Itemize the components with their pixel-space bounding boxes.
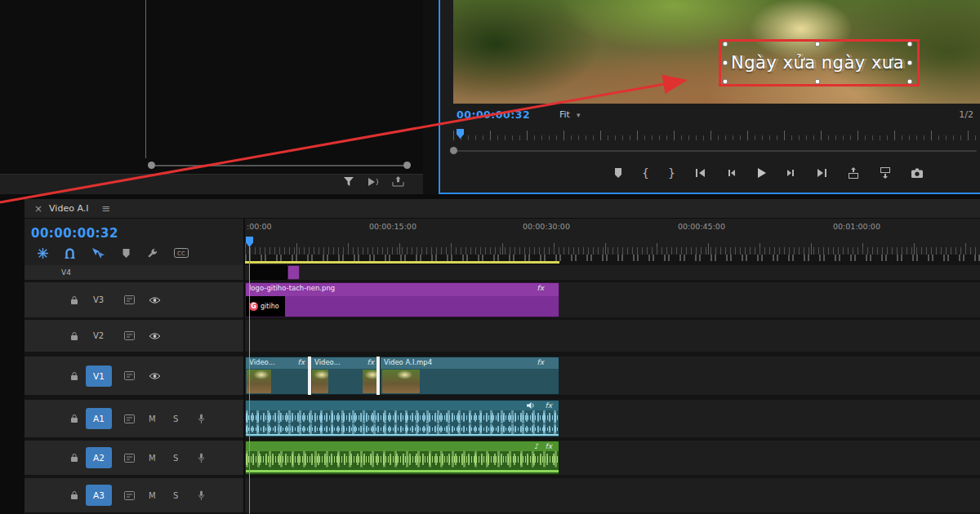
scrollbar-handle-left[interactable] [148,162,155,169]
panel-menu-icon[interactable]: ≡ [101,202,110,215]
track-lane-a3[interactable] [245,478,980,512]
clip-audio-2[interactable]: ♪ fx [245,441,559,475]
settings-wrench-icon[interactable] [147,248,158,259]
go-to-out-button[interactable] [816,167,828,179]
lock-icon[interactable] [70,490,78,500]
program-timecode[interactable]: 00:00:00:32 [457,109,530,121]
fx-badge[interactable]: fx [546,442,553,450]
clip-audio-1[interactable]: fx [245,400,559,437]
eye-icon[interactable] [149,332,161,340]
track-lane-a2[interactable]: ♪ fx [245,441,980,475]
track-target-a2[interactable]: A2 [86,447,112,468]
tab-sequence-name[interactable]: Video A.I [49,203,88,214]
gitiho-logo-icon: G [249,302,258,311]
playback-resolution[interactable]: 1/2 [959,109,973,120]
lock-icon[interactable] [70,331,78,341]
horizontal-scrollbar[interactable] [152,165,405,166]
step-back-button[interactable] [725,167,737,179]
lock-icon[interactable] [70,453,78,463]
ruler-label: 00:00:30:00 [523,222,570,231]
solo-button[interactable]: S [173,491,178,500]
track-name[interactable]: V2 [93,331,104,340]
mute-button[interactable]: M [149,454,156,463]
captions-icon[interactable]: CC [174,248,189,258]
extract-button[interactable] [879,167,892,179]
fx-badge[interactable]: fx [368,358,375,366]
timeline-timecode[interactable]: 00:00:00:32 [31,226,118,241]
track-lane-v3[interactable]: logo-gitiho-tach-nen.png fx G gitiho [245,282,980,317]
track-lane-v1[interactable]: Video... fx Video... fx Video A.I.mp4 [245,357,980,395]
camera-icon [911,167,924,179]
go-to-in-button[interactable] [694,167,706,179]
fx-badge[interactable]: fx [537,284,545,292]
sync-lock-icon[interactable] [124,454,135,463]
solo-button[interactable]: S [173,454,178,463]
fx-badge[interactable]: fx [298,358,305,366]
nest-toggle-icon[interactable] [38,248,48,259]
program-scrollbar[interactable] [452,150,977,152]
mute-button[interactable]: M [149,414,156,423]
lock-icon[interactable] [70,295,78,305]
track-lane-v2[interactable] [245,320,980,352]
eye-icon[interactable] [149,296,161,304]
play-icon [755,167,767,179]
fx-badge[interactable]: fx [537,358,545,366]
edit-point[interactable] [376,357,380,395]
track-target-a3[interactable]: A3 [86,485,112,506]
export-frame-button[interactable] [911,167,924,179]
program-time-ruler[interactable] [453,129,980,140]
clip-label: Video... [314,358,341,366]
clip-v4-black[interactable] [249,265,287,280]
mark-in-button[interactable]: { [642,166,649,179]
track-target-a1[interactable]: A1 [86,408,112,429]
clip-video-ai-mp4[interactable]: Video A.I.mp4 fx [380,357,559,395]
clip-video-2[interactable]: Video... fx [310,357,380,395]
lock-icon[interactable] [70,371,78,381]
track-target-v1[interactable]: V1 [86,366,112,387]
play-small-icon[interactable] [367,177,380,187]
sync-lock-icon[interactable] [124,331,135,340]
track-name[interactable]: V3 [93,295,104,304]
transport-controls: { } [613,166,924,180]
export-icon[interactable] [392,176,404,187]
step-forward-button[interactable] [786,167,797,179]
sync-lock-icon[interactable] [124,371,135,380]
mic-icon[interactable] [198,490,205,501]
mark-out-button[interactable]: } [668,166,675,179]
linked-selection-icon[interactable] [91,248,105,259]
mute-button[interactable]: M [149,491,156,500]
add-marker-button[interactable] [613,167,623,179]
filter-icon[interactable] [343,176,354,187]
clip-v4-purple[interactable] [287,265,300,280]
timeline-toolbar: CC [38,246,189,259]
work-area-bar[interactable] [245,261,559,264]
eye-icon[interactable] [149,372,161,380]
lift-button[interactable] [847,167,860,179]
timeline-ruler[interactable]: :00:00 00:00:15:00 00:00:30:00 00:00:45:… [245,219,980,255]
header-content-divider [243,219,245,514]
clip-logo-png[interactable]: logo-gitiho-tach-nen.png fx G gitiho [245,282,559,317]
add-marker-icon[interactable] [122,248,131,259]
edit-point[interactable] [308,357,311,395]
chevron-down-icon: ▾ [577,111,581,119]
track-lane-v4[interactable] [245,265,980,280]
clip-thumbnail [247,370,271,393]
marker-icon [613,167,623,179]
play-button[interactable] [755,167,767,179]
program-scrollbar-handle[interactable] [450,147,457,154]
close-icon[interactable]: × [34,203,42,215]
sync-lock-icon[interactable] [124,414,135,423]
track-name[interactable]: V4 [61,268,71,277]
fx-badge[interactable]: fx [546,401,553,410]
sync-lock-icon[interactable] [124,295,135,304]
lock-icon[interactable] [70,414,78,423]
scrollbar-handle-right[interactable] [403,162,411,169]
zoom-level-select[interactable]: Fit ▾ [555,108,585,122]
mic-icon[interactable] [198,453,205,463]
clip-video-1[interactable]: Video... fx [245,357,310,395]
track-lane-a1[interactable]: fx [245,400,980,437]
sync-lock-icon[interactable] [124,491,135,500]
snap-icon[interactable] [65,248,75,259]
solo-button[interactable]: S [173,414,178,423]
mic-icon[interactable] [198,414,205,424]
